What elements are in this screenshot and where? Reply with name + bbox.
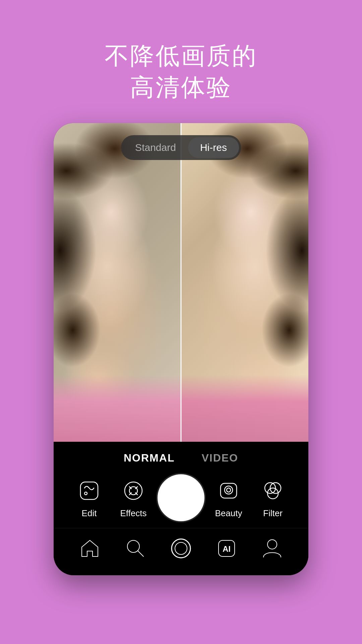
camera-nav-icon [170, 538, 192, 559]
filter-label: Filter [263, 508, 283, 519]
camera-bottom-ui: NORMAL VIDEO Edit [54, 442, 308, 575]
tab-video[interactable]: VIDEO [201, 452, 238, 464]
svg-point-2 [125, 482, 142, 499]
clothing-left [54, 375, 181, 442]
shutter-button[interactable] [158, 474, 204, 521]
shutter-inner [162, 479, 200, 517]
nav-home[interactable] [73, 535, 107, 562]
profile-icon [261, 538, 283, 559]
effects-svg [121, 479, 145, 503]
nav-ai[interactable]: AI [210, 535, 243, 562]
headline: 不降低画质的 高清体验 [105, 40, 257, 103]
svg-rect-0 [80, 482, 98, 499]
beauty-control[interactable]: Beauty [208, 477, 249, 519]
clothing-right [181, 375, 308, 442]
phone-mockup: Standard Hi-res NORMAL VIDEO Edit [54, 123, 308, 575]
headline-line1: 不降低画质的 [105, 40, 257, 72]
edit-label: Edit [82, 508, 97, 519]
svg-point-5 [225, 486, 233, 494]
svg-rect-4 [221, 483, 237, 498]
beauty-icon [215, 477, 242, 504]
quality-toggle[interactable]: Standard Hi-res [121, 135, 241, 160]
filter-control[interactable]: Filter [253, 477, 293, 519]
svg-point-6 [227, 488, 231, 492]
ai-icon: AI [216, 538, 237, 559]
tab-normal[interactable]: NORMAL [124, 452, 175, 464]
bottom-nav: AI [54, 528, 308, 572]
svg-line-11 [138, 551, 143, 556]
filter-svg [261, 479, 285, 503]
nav-search[interactable] [119, 535, 152, 562]
edit-icon [76, 477, 103, 504]
home-icon [79, 538, 101, 559]
svg-point-12 [172, 539, 190, 558]
beauty-label: Beauty [215, 508, 242, 519]
svg-point-1 [84, 492, 87, 495]
effects-control[interactable]: Effects [113, 477, 154, 519]
controls-row: Edit Effects [54, 471, 308, 528]
comparison-divider [181, 123, 182, 442]
edit-svg [77, 479, 101, 503]
hires-btn[interactable]: Hi-res [188, 137, 239, 158]
svg-text:AI: AI [223, 544, 231, 553]
effects-icon [120, 477, 147, 504]
mode-tabs: NORMAL VIDEO [54, 448, 308, 471]
edit-control[interactable]: Edit [69, 477, 109, 519]
effects-label: Effects [120, 508, 146, 519]
svg-point-16 [267, 540, 277, 549]
beauty-svg [217, 479, 241, 503]
search-icon [125, 538, 146, 559]
svg-point-13 [175, 542, 187, 554]
nav-camera[interactable] [164, 535, 198, 562]
filter-icon [259, 477, 286, 504]
nav-profile[interactable] [255, 535, 289, 562]
photo-comparison: Standard Hi-res [54, 123, 308, 442]
headline-line2: 高清体验 [105, 72, 257, 103]
standard-btn[interactable]: Standard [123, 137, 188, 158]
